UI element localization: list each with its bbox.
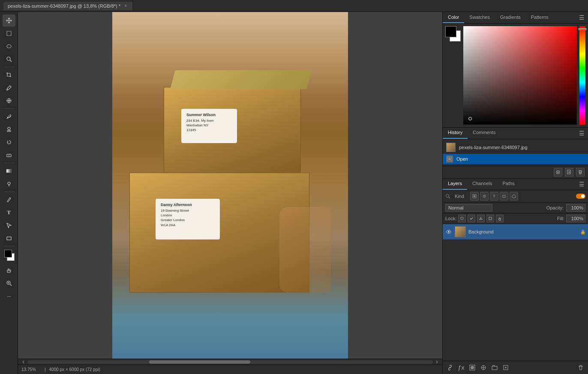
layers-panel-menu[interactable]: ☰ [576, 179, 588, 190]
document-tab[interactable]: pexels-liza-summer-6348097.jpg @ 13,8% (… [3, 2, 132, 10]
type-tool[interactable]: T [3, 206, 15, 218]
delete-layer-button[interactable] [576, 363, 585, 372]
svg-point-22 [557, 171, 559, 173]
create-layer-button[interactable] [501, 363, 510, 372]
foreground-background-swatches[interactable] [445, 26, 461, 42]
opacity-input[interactable] [566, 204, 585, 212]
scroll-track[interactable] [27, 360, 433, 364]
brush-tool[interactable] [3, 111, 15, 123]
blend-mode-select[interactable]: Normal [445, 204, 492, 212]
lock-transparent-button[interactable] [458, 215, 466, 222]
filter-smartobj-button[interactable] [510, 192, 518, 200]
toolbar-separator-3 [4, 163, 14, 163]
new-document-button[interactable] [565, 168, 573, 177]
filter-type-button[interactable]: T [490, 192, 498, 200]
svg-line-3 [10, 60, 12, 62]
layers-panel-tabs: Layers Channels Paths ☰ [443, 179, 588, 190]
hue-bar[interactable] [579, 26, 585, 125]
horizontal-scrollbar[interactable] [18, 359, 442, 365]
tab-channels[interactable]: Channels [467, 179, 497, 190]
close-tab-button[interactable]: × [123, 3, 128, 9]
shape-tool[interactable] [3, 232, 15, 244]
move-tool[interactable] [3, 15, 15, 27]
scroll-left-button[interactable] [20, 359, 27, 365]
history-actions [443, 166, 588, 178]
lock-artboard-button[interactable] [486, 215, 494, 222]
filter-search-icon [445, 194, 450, 199]
filter-pixel-button[interactable] [470, 192, 479, 200]
quick-select-tool[interactable] [3, 53, 15, 65]
svg-rect-7 [7, 131, 11, 132]
create-group-button[interactable] [490, 363, 499, 372]
color-gradient-picker[interactable] [463, 26, 577, 125]
dark-overlay [463, 26, 577, 125]
layer-item-background[interactable]: Background 🔒 [443, 224, 588, 240]
lock-all-button[interactable] [496, 215, 504, 222]
layer-thumb-image [455, 227, 465, 237]
fill-input[interactable] [566, 215, 585, 222]
tab-gradients[interactable]: Gradients [495, 12, 526, 23]
tab-comments[interactable]: Comments [468, 128, 501, 139]
tab-color[interactable]: Color [443, 12, 464, 23]
filter-type-icons: T [470, 192, 518, 200]
zoom-tool[interactable] [3, 277, 15, 289]
filter-shape-button[interactable] [500, 192, 508, 200]
history-item-label-snapshot: pexels-liza-summer-6348097.jpg [459, 145, 528, 150]
tab-patterns[interactable]: Patterns [526, 12, 554, 23]
healing-tool[interactable] [3, 95, 15, 107]
history-item-open[interactable]: Open [443, 154, 588, 164]
layer-visibility-toggle[interactable] [445, 228, 452, 235]
crop-tool[interactable] [3, 69, 15, 81]
svg-rect-27 [474, 195, 475, 197]
hand-overlay [279, 207, 331, 293]
eyedropper-tool[interactable] [3, 82, 15, 94]
tab-paths[interactable]: Paths [498, 179, 520, 190]
svg-rect-20 [448, 158, 451, 160]
marquee-rect-tool[interactable] [3, 27, 15, 39]
pen-tool[interactable] [3, 194, 15, 206]
color-picker-top [445, 26, 585, 125]
scroll-thumb[interactable] [149, 360, 251, 364]
path-select-tool[interactable] [3, 219, 15, 231]
add-layer-style-button[interactable]: ƒx [456, 363, 466, 372]
delete-state-button[interactable] [576, 168, 585, 177]
hand-tool[interactable] [3, 264, 15, 276]
svg-rect-11 [6, 169, 12, 173]
gradient-tool[interactable] [3, 165, 15, 177]
foreground-color-swatch[interactable] [4, 250, 12, 257]
titlebar: pexels-liza-summer-6348097.jpg @ 13,8% (… [0, 0, 588, 12]
lasso-tool[interactable] [3, 40, 15, 52]
lock-pixels-button[interactable] [468, 215, 475, 222]
color-swatch-area[interactable] [3, 250, 15, 262]
history-panel-menu[interactable]: ☰ [576, 128, 588, 139]
layers-panel: Layers Channels Paths ☰ Kind [443, 179, 588, 374]
foreground-swatch[interactable] [445, 26, 456, 37]
color-panel-menu[interactable]: ☰ [576, 12, 588, 23]
history-thumb-image [447, 143, 455, 152]
more-tools-button[interactable]: ··· [3, 290, 15, 302]
lower-label-name: Danny Afternoon [161, 202, 215, 208]
canvas-scroll[interactable]: Summer Wilson 234 E34, My town Manhattan… [18, 12, 442, 359]
lock-position-button[interactable] [477, 215, 485, 222]
upper-label-zip: 12345 [186, 128, 232, 132]
create-snapshot-button[interactable] [554, 168, 562, 177]
add-mask-button[interactable] [468, 363, 477, 372]
lower-label-addr2: London [161, 213, 215, 218]
eraser-tool[interactable] [3, 149, 15, 161]
filter-adjustment-button[interactable] [480, 192, 489, 200]
history-brush-tool[interactable] [3, 136, 15, 148]
svg-rect-0 [7, 31, 11, 36]
stamp-tool[interactable] [3, 123, 15, 135]
filter-toggle[interactable] [576, 194, 585, 199]
tab-history[interactable]: History [443, 128, 468, 139]
dodge-tool[interactable] [3, 178, 15, 190]
link-layers-button[interactable] [445, 363, 455, 372]
tab-swatches[interactable]: Swatches [464, 12, 495, 23]
filter-kind-label: Kind [452, 193, 467, 200]
create-fill-button[interactable] [479, 363, 488, 372]
tab-layers[interactable]: Layers [443, 179, 467, 190]
canvas-container: Summer Wilson 234 E34, My town Manhattan… [18, 12, 442, 374]
history-item-snapshot[interactable]: pexels-liza-summer-6348097.jpg [443, 141, 588, 154]
canvas-area[interactable]: Summer Wilson 234 E34, My town Manhattan… [18, 12, 442, 359]
scroll-right-button[interactable] [433, 359, 441, 365]
